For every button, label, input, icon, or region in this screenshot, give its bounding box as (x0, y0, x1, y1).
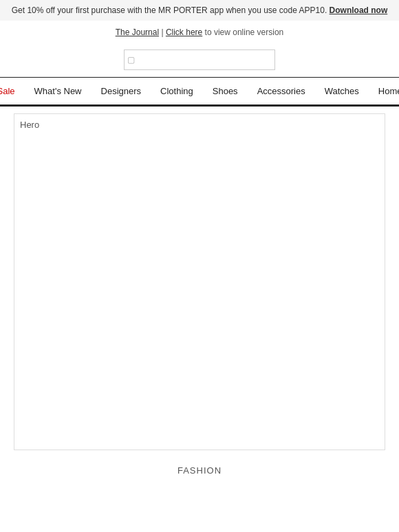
nav-item-shoes[interactable]: Shoes (203, 85, 248, 98)
nav-item-whats-new[interactable]: What's New (25, 85, 91, 98)
logo (124, 49, 275, 70)
download-link[interactable]: Download now (330, 5, 388, 15)
banner-text: Get 10% off your first purchase with the… (12, 5, 327, 15)
nav-item-accessories[interactable]: Accessories (248, 85, 315, 98)
hero-image: Hero (14, 113, 385, 450)
journal-link[interactable]: The Journal (116, 27, 159, 37)
nav-bar: Sale What's New Designers Clothing Shoes… (0, 77, 399, 107)
nav-item-clothing[interactable]: Clothing (151, 85, 203, 98)
nav-item-home[interactable]: Home (369, 85, 399, 98)
hero-label: Hero (20, 120, 39, 130)
click-here-link[interactable]: Click here (166, 27, 202, 37)
nav-item-sale[interactable]: Sale (0, 85, 25, 98)
logo-bar (0, 44, 399, 77)
top-banner: Get 10% off your first purchase with the… (0, 0, 399, 21)
section-label: FASHION (0, 457, 399, 478)
nav-item-watches[interactable]: Watches (315, 85, 369, 98)
journal-bar: The Journal | Click here to view online … (0, 21, 399, 44)
nav-item-designers[interactable]: Designers (91, 85, 151, 98)
